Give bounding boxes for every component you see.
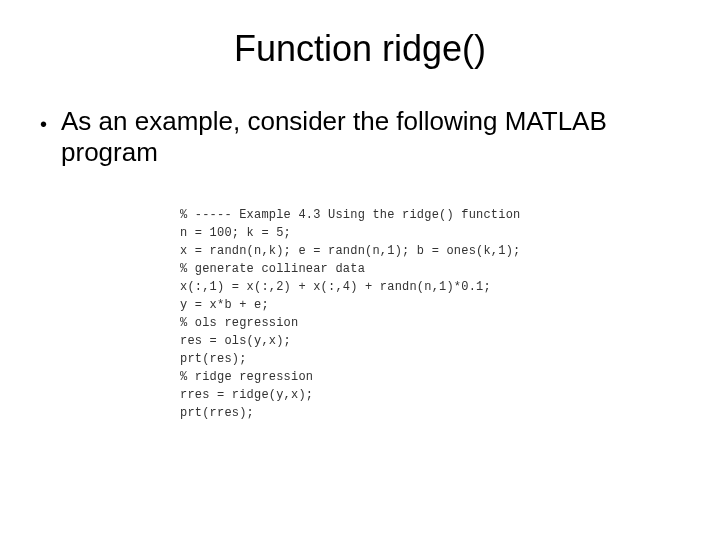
- bullet-item: • As an example, consider the following …: [40, 106, 680, 168]
- code-block: % ----- Example 4.3 Using the ridge() fu…: [180, 206, 680, 422]
- bullet-text: As an example, consider the following MA…: [61, 106, 680, 168]
- slide-title: Function ridge(): [40, 28, 680, 70]
- bullet-dot-icon: •: [40, 112, 47, 136]
- slide: Function ridge() • As an example, consid…: [0, 0, 720, 540]
- slide-body: • As an example, consider the following …: [40, 106, 680, 168]
